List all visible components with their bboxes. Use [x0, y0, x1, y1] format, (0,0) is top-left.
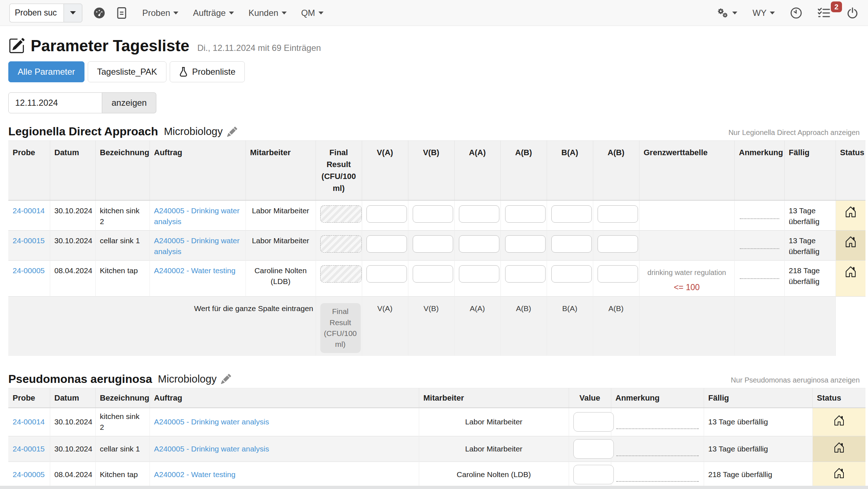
faellig-value: 13 Tage überfällig	[784, 230, 836, 260]
vb-input[interactable]	[413, 205, 453, 223]
date-input[interactable]	[8, 92, 102, 113]
power-icon[interactable]	[846, 7, 859, 19]
order-link[interactable]: A240002 - Water testing	[154, 470, 236, 479]
aa-input[interactable]	[459, 205, 499, 223]
flask-icon	[179, 67, 188, 77]
search-dropdown-button[interactable]	[64, 4, 82, 22]
document-icon[interactable]	[116, 7, 127, 19]
tagesliste-pak-button[interactable]: Tagesliste_PAK	[88, 61, 166, 82]
fill-ab-button[interactable]: A(B)	[505, 303, 542, 314]
sample-link[interactable]: 24-00005	[13, 266, 45, 275]
menu-auftraege[interactable]: Aufträge	[193, 8, 234, 18]
col-auftrag: Auftrag	[149, 141, 246, 201]
aa-input[interactable]	[459, 265, 499, 283]
va-input[interactable]	[366, 265, 407, 283]
fill-vb-button[interactable]: V(B)	[413, 303, 450, 314]
menu-qm[interactable]: QM	[301, 8, 324, 18]
grenzwert-cell	[639, 200, 734, 230]
edit-pencil-icon[interactable]	[221, 374, 231, 384]
datum-value: 30.10.2024	[50, 436, 95, 462]
edit-pencil-icon[interactable]	[227, 127, 237, 137]
search-input[interactable]	[9, 4, 64, 22]
sample-link[interactable]: 24-00005	[13, 470, 45, 479]
ab2-input[interactable]	[598, 235, 638, 253]
grenzwert-cell: drinking water regulation <= 100	[639, 260, 734, 296]
parameter-category: Microbiology	[158, 373, 217, 385]
ab2-input[interactable]	[598, 205, 638, 223]
menu-auftraege-label: Aufträge	[193, 8, 226, 18]
col-ab: A(B)	[500, 141, 547, 201]
menu-proben[interactable]: Proben	[142, 8, 178, 18]
dashboard-icon[interactable]	[93, 7, 105, 19]
value-input[interactable]	[573, 439, 614, 459]
window-bottom-edge	[0, 486, 868, 489]
todo-list-icon[interactable]: 2	[817, 7, 831, 19]
fill-column-label: Wert für die ganze Spalte eintragen	[8, 297, 316, 356]
bezeichnung-value: cellar sink 1	[95, 230, 149, 260]
anmerkung-field[interactable]	[616, 447, 699, 456]
ab-input[interactable]	[505, 235, 546, 253]
ba-input[interactable]	[551, 235, 592, 253]
ab-input[interactable]	[505, 265, 546, 283]
ab2-input[interactable]	[598, 265, 638, 283]
col-value: Value	[569, 388, 611, 408]
user-menu[interactable]: WY	[752, 8, 775, 18]
datum-value: 30.10.2024	[50, 200, 95, 230]
anmerkung-field[interactable]	[740, 207, 779, 219]
order-link[interactable]: A240005 - Drinking water analysis	[154, 445, 269, 453]
ba-input[interactable]	[551, 265, 592, 283]
order-link[interactable]: A240005 - Drinking water analysis	[154, 206, 240, 226]
chevron-down-icon	[70, 11, 76, 14]
datum-value: 08.04.2024	[50, 260, 95, 296]
faellig-value: 13 Tage überfällig	[704, 408, 812, 436]
table-row: 24-00014 30.10.2024 kitchen sink 2 A2400…	[8, 408, 865, 436]
ba-input[interactable]	[551, 205, 592, 223]
sample-link[interactable]: 24-00015	[13, 236, 45, 245]
anmerkung-field[interactable]	[616, 472, 699, 482]
value-input[interactable]	[573, 412, 614, 432]
table-row: 24-00014 30.10.2024 kitchen sink 2 A2400…	[8, 200, 865, 230]
anmerkung-field[interactable]	[740, 267, 779, 279]
probenliste-button[interactable]: Probenliste	[170, 61, 245, 82]
grenzwert-limit: <= 100	[644, 281, 730, 293]
section-title-legionella: Legionella Direct Approach Microbiology	[8, 125, 237, 138]
anmerkung-field[interactable]	[740, 237, 779, 249]
mitarbeiter-value: Labor Mitarbeiter	[419, 436, 569, 462]
fill-ba-button[interactable]: B(A)	[551, 303, 589, 314]
fill-va-button[interactable]: V(A)	[366, 303, 404, 314]
anzeigen-button[interactable]: anzeigen	[102, 92, 156, 113]
top-navbar: Proben Aufträge Kunden QM	[0, 0, 868, 26]
sample-link[interactable]: 24-00015	[13, 445, 45, 453]
clock-icon[interactable]	[790, 7, 802, 19]
fill-final-result-button[interactable]: Final Result (CFU/100 ml)	[320, 303, 361, 353]
anmerkung-field[interactable]	[616, 420, 699, 429]
vb-input[interactable]	[413, 265, 453, 283]
alle-parameter-button[interactable]: Alle Parameter	[8, 61, 84, 82]
mitarbeiter-value: Labor Mitarbeiter	[419, 408, 569, 436]
order-link[interactable]: A240005 - Drinking water analysis	[154, 418, 269, 426]
table-row: 24-00005 08.04.2024 Kitchen tap A240002 …	[8, 260, 865, 296]
col-final-result: Final Result (CFU/100 ml)	[316, 141, 362, 201]
order-link[interactable]: A240002 - Water testing	[154, 266, 236, 275]
order-link[interactable]: A240005 - Drinking water analysis	[154, 236, 240, 256]
menu-kunden[interactable]: Kunden	[248, 8, 287, 18]
ab-input[interactable]	[505, 205, 546, 223]
col-auftrag: Auftrag	[149, 388, 419, 408]
house-icon	[845, 211, 857, 219]
fill-aa-button[interactable]: A(A)	[459, 303, 496, 314]
va-input[interactable]	[366, 235, 407, 253]
sample-link[interactable]: 24-00014	[13, 418, 45, 426]
filter-legionella-link[interactable]: Nur Legionella Direct Approach anzeigen	[728, 128, 860, 138]
aa-input[interactable]	[459, 235, 499, 253]
sample-link[interactable]: 24-00014	[13, 206, 45, 215]
filter-pseudomonas-link[interactable]: Nur Pseudomonas aeruginosa anzeigen	[731, 376, 860, 386]
col-status: Status	[812, 388, 865, 408]
table-row: 24-00015 30.10.2024 cellar sink 1 A24000…	[8, 436, 865, 462]
col-probe: Probe	[8, 141, 50, 201]
va-input[interactable]	[366, 205, 407, 223]
vb-input[interactable]	[413, 235, 453, 253]
settings-menu[interactable]	[716, 7, 737, 19]
value-input[interactable]	[573, 465, 614, 484]
chevron-down-icon	[229, 12, 234, 14]
fill-ab2-button[interactable]: A(B)	[598, 303, 635, 314]
